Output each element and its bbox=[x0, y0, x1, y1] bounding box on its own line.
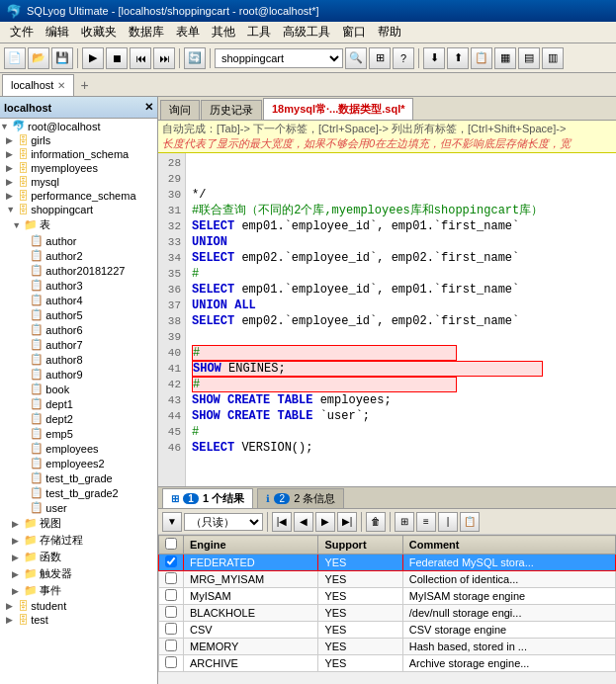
row-check-input[interactable] bbox=[165, 640, 177, 651]
tree-item-author[interactable]: 📋author bbox=[0, 233, 157, 248]
row-checkbox[interactable] bbox=[159, 588, 184, 605]
toolbar-search-btn[interactable]: 🔍 bbox=[345, 47, 367, 69]
toolbar-export-btn[interactable]: ⬆ bbox=[447, 47, 469, 69]
sidebar-close-icon[interactable]: ✕ bbox=[144, 101, 153, 114]
r-prev-btn[interactable]: ◀ bbox=[294, 512, 313, 532]
results-mode-select[interactable]: （只读） bbox=[184, 513, 263, 531]
row-checkbox[interactable] bbox=[159, 655, 184, 672]
conn-tab-localhost[interactable]: localhost ✕ bbox=[2, 74, 74, 96]
tree-item-shoppingcart[interactable]: ▼🗄shoppingcart bbox=[0, 203, 157, 216]
tree-item-test_tb_grade2[interactable]: 📋test_tb_grade2 bbox=[0, 485, 157, 500]
row-checkbox[interactable] bbox=[159, 605, 184, 622]
r-first-btn[interactable]: |◀ bbox=[272, 512, 292, 532]
row-check-input[interactable] bbox=[165, 623, 177, 635]
r-last-btn[interactable]: ▶| bbox=[337, 512, 357, 532]
tree-item-book[interactable]: 📋book bbox=[0, 382, 157, 396]
query-tab-0[interactable]: 询问 bbox=[160, 100, 200, 120]
tree-item-存储过程[interactable]: ▶📁存储过程 bbox=[0, 532, 157, 549]
menu-item-其他[interactable]: 其他 bbox=[206, 22, 241, 43]
toolbar-grid-btn[interactable]: ⊞ bbox=[369, 47, 391, 69]
row-checkbox[interactable] bbox=[159, 571, 184, 588]
menu-item-表单[interactable]: 表单 bbox=[170, 22, 206, 43]
tree-item-事件[interactable]: ▶📁事件 bbox=[0, 582, 157, 599]
tree-item-author3[interactable]: 📋author3 bbox=[0, 278, 157, 293]
toolbar-fwd-btn[interactable]: ⏭ bbox=[153, 47, 175, 69]
toolbar-help-btn[interactable]: ? bbox=[393, 47, 414, 69]
results-tab-1[interactable]: ℹ2 2 条信息 bbox=[257, 488, 344, 508]
toolbar-new-btn[interactable]: 📄 bbox=[4, 47, 26, 69]
tree-item-girls[interactable]: ▶🗄girls bbox=[0, 133, 157, 147]
tree-item-author4[interactable]: 📋author4 bbox=[0, 293, 157, 307]
tree-item-information_schema[interactable]: ▶🗄information_schema bbox=[0, 147, 157, 161]
toolbar-row-btn[interactable]: ▥ bbox=[542, 47, 564, 69]
code-content[interactable]: */ #联合查询（不同的2个库,myemployees库和shoppingcar… bbox=[186, 153, 616, 486]
menu-item-收藏夹[interactable]: 收藏夹 bbox=[75, 22, 123, 43]
row-check-input[interactable] bbox=[165, 556, 177, 567]
tree-item-视图[interactable]: ▶📁视图 bbox=[0, 515, 157, 532]
tree-item-表[interactable]: ▼📁表 bbox=[0, 216, 157, 233]
query-tab-1[interactable]: 历史记录 bbox=[201, 100, 262, 120]
row-check-input[interactable] bbox=[165, 572, 177, 584]
table-row[interactable]: MyISAMYESMyISAM storage engine bbox=[159, 588, 616, 605]
table-row[interactable]: CSVYESCSV storage engine bbox=[159, 622, 616, 639]
row-check-input[interactable] bbox=[165, 589, 177, 601]
select-all-checkbox[interactable] bbox=[165, 538, 177, 550]
toolbar-run-btn[interactable]: ▶ bbox=[82, 47, 104, 69]
r-list-btn[interactable]: ≡ bbox=[416, 512, 436, 532]
tree-item-author8[interactable]: 📋author8 bbox=[0, 352, 157, 367]
r-col-btn[interactable]: | bbox=[438, 512, 458, 532]
row-check-input[interactable] bbox=[165, 606, 177, 618]
tree-item-test[interactable]: ▶🗄test bbox=[0, 613, 157, 627]
r-delete-btn[interactable]: 🗑 bbox=[366, 512, 386, 532]
table-row[interactable]: BLACKHOLEYES/dev/null storage engi... bbox=[159, 605, 616, 622]
menu-item-编辑[interactable]: 编辑 bbox=[40, 22, 75, 43]
r-grid-btn[interactable]: ⊞ bbox=[395, 512, 414, 532]
row-check-input[interactable] bbox=[165, 656, 177, 668]
query-tab-2[interactable]: 18mysql常·...数据类型.sql* bbox=[263, 98, 413, 120]
toolbar-stop-btn[interactable]: ⏹ bbox=[106, 47, 128, 69]
menu-item-工具[interactable]: 工具 bbox=[241, 22, 277, 43]
tree-item-author2[interactable]: 📋author2 bbox=[0, 248, 157, 263]
tree-item-employees[interactable]: 📋employees bbox=[0, 441, 157, 456]
toolbar-open-btn[interactable]: 📂 bbox=[28, 47, 49, 69]
r-next-btn[interactable]: ▶ bbox=[315, 512, 335, 532]
toolbar-table-btn[interactable]: ▦ bbox=[494, 47, 516, 69]
menu-item-数据库[interactable]: 数据库 bbox=[123, 22, 170, 43]
tree-item-test_tb_grade[interactable]: 📋test_tb_grade bbox=[0, 470, 157, 485]
toolbar-save-btn[interactable]: 💾 bbox=[51, 47, 73, 69]
results-tab-0[interactable]: ⊞1 1 个结果 bbox=[162, 488, 253, 508]
db-selector[interactable]: shoppingcart bbox=[215, 48, 343, 68]
row-checkbox[interactable] bbox=[159, 622, 184, 639]
tree-item-author7[interactable]: 📋author7 bbox=[0, 337, 157, 352]
tree-item-emp5[interactable]: 📋emp5 bbox=[0, 426, 157, 441]
toolbar-col-btn[interactable]: ▤ bbox=[518, 47, 540, 69]
tree-item-student[interactable]: ▶🗄student bbox=[0, 599, 157, 613]
toolbar-import-btn[interactable]: ⬇ bbox=[423, 47, 445, 69]
menu-item-窗口[interactable]: 窗口 bbox=[336, 22, 372, 43]
tree-item-函数[interactable]: ▶📁函数 bbox=[0, 549, 157, 565]
results-menu-btn[interactable]: ▼ bbox=[162, 512, 182, 532]
toolbar-refresh-btn[interactable]: 🔄 bbox=[184, 47, 206, 69]
row-checkbox[interactable] bbox=[159, 639, 184, 655]
tree-item-root@localhost[interactable]: ▼🐬root@localhost bbox=[0, 119, 157, 133]
table-row[interactable]: MEMORYYESHash based, stored in ... bbox=[159, 639, 616, 655]
tree-item-author6[interactable]: 📋author6 bbox=[0, 322, 157, 337]
menu-item-帮助[interactable]: 帮助 bbox=[372, 22, 407, 43]
r-form-btn[interactable]: 📋 bbox=[460, 512, 480, 532]
table-row[interactable]: MRG_MYISAMYESCollection of identica... bbox=[159, 571, 616, 588]
tree-item-触发器[interactable]: ▶📁触发器 bbox=[0, 565, 157, 582]
menu-item-文件[interactable]: 文件 bbox=[4, 22, 40, 43]
tree-item-dept1[interactable]: 📋dept1 bbox=[0, 396, 157, 411]
tree-item-performance_schema[interactable]: ▶🗄performance_schema bbox=[0, 189, 157, 203]
tree-item-dept2[interactable]: 📋dept2 bbox=[0, 411, 157, 426]
conn-tab-add[interactable]: + bbox=[74, 75, 94, 95]
conn-tab-close[interactable]: ✕ bbox=[57, 80, 65, 91]
code-editor[interactable]: 28293031323334353637383940414243444546 *… bbox=[158, 153, 616, 486]
tree-item-myemployees[interactable]: ▶🗄myemployees bbox=[0, 161, 157, 175]
row-checkbox[interactable] bbox=[159, 555, 184, 571]
table-row[interactable]: ARCHIVEYESArchive storage engine... bbox=[159, 655, 616, 672]
table-row[interactable]: FEDERATEDYESFederated MySQL stora... bbox=[159, 555, 616, 571]
tree-item-author9[interactable]: 📋author9 bbox=[0, 367, 157, 382]
tree-item-author5[interactable]: 📋author5 bbox=[0, 307, 157, 322]
tree-item-mysql[interactable]: ▶🗄mysql bbox=[0, 175, 157, 189]
